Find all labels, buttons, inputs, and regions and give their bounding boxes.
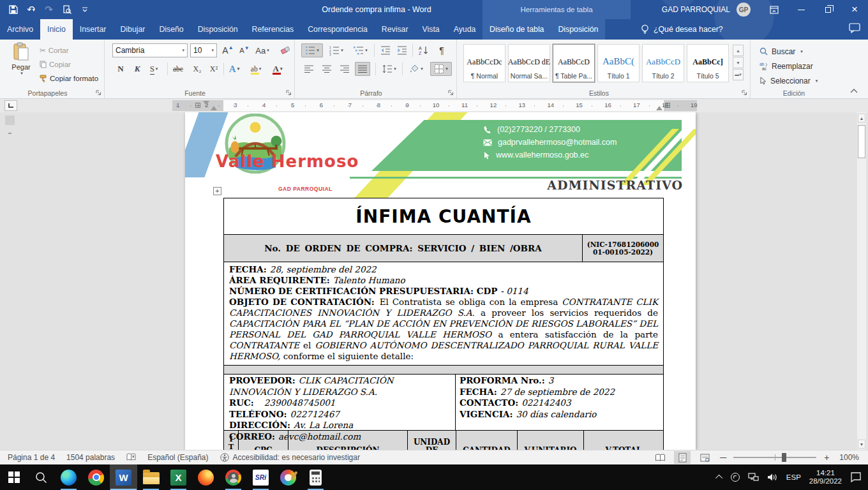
read-mode-icon[interactable] (652, 451, 668, 464)
align-center-button[interactable] (319, 62, 334, 76)
account-name[interactable]: GAD PARROQUIAL (662, 5, 730, 14)
tab-revisar[interactable]: Revisar (375, 19, 415, 40)
document-page[interactable]: GAD PARROQUIAL Valle Hermoso (02)2773220… (185, 112, 696, 450)
restore-button[interactable] (814, 0, 841, 19)
replace-button[interactable]: abac Reemplazar (760, 59, 813, 73)
style-normal[interactable]: AaBbCcDc ¶ Normal (463, 44, 505, 82)
bold-button[interactable]: N (114, 62, 128, 76)
select-button[interactable]: Seleccionar▾ (760, 74, 818, 87)
borders-button[interactable]: ▾ (430, 62, 452, 76)
taskbar-chrome-profile[interactable] (220, 464, 247, 490)
align-left-button[interactable] (301, 62, 317, 76)
shrink-font-button[interactable]: A▼ (237, 43, 251, 57)
print-preview-icon[interactable] (59, 1, 75, 18)
text-effects-button[interactable]: A▾ (227, 62, 241, 76)
style-titulo-5[interactable]: AaBbCc] Título 5 (687, 44, 729, 82)
tell-me-box[interactable]: ¿Qué desea hacer? (641, 19, 723, 40)
bullets-button[interactable]: ▾ (301, 43, 323, 57)
ribbon-display-options-icon[interactable] (761, 0, 788, 19)
avatar[interactable]: GP (737, 3, 751, 17)
redo-button[interactable]: ↷ (41, 1, 57, 18)
tab-diseno-de-tabla[interactable]: Diseño de tabla (483, 19, 551, 40)
language-indicator[interactable]: Español (España) (147, 453, 208, 462)
tab-disposicion[interactable]: Disposición (191, 19, 245, 40)
scrollbar-thumb[interactable] (858, 125, 865, 158)
style-titulo-2[interactable]: AaBbCcD Título 2 (642, 44, 684, 82)
strikethrough-button[interactable]: abc (171, 62, 185, 76)
styles-dialog-launcher-icon[interactable] (742, 90, 747, 96)
font-name-combo[interactable]: Cambria▾ (112, 43, 188, 57)
taskbar-calculator[interactable] (302, 464, 329, 490)
multilevel-list-button[interactable]: ▾ (350, 43, 371, 57)
taskbar-search[interactable] (27, 464, 55, 490)
justify-button[interactable] (355, 62, 370, 76)
find-button[interactable]: Buscar▾ (760, 45, 803, 58)
clipboard-dialog-launcher-icon[interactable] (96, 90, 101, 96)
undo-dropdown-icon[interactable]: ▾ (33, 7, 35, 13)
vertical-scrollbar[interactable]: ▲ ▼ (857, 112, 866, 450)
underline-dropdown-icon[interactable]: ▾ (156, 66, 158, 71)
document-title[interactable]: ÍNFIMA CUANTÍA (224, 198, 663, 234)
page-indicator[interactable]: Página 1 de 4 (8, 453, 55, 462)
italic-button[interactable]: K (130, 62, 144, 76)
right-indent-marker[interactable] (656, 103, 662, 110)
tab-insertar[interactable]: Insertar (73, 19, 114, 40)
change-case-button[interactable]: Aa▾ (255, 43, 269, 57)
sort-button[interactable]: AZ (416, 43, 431, 57)
close-button[interactable]: × (841, 0, 868, 19)
customize-qat-icon[interactable] (77, 1, 93, 18)
tab-dibujar[interactable]: Dibujar (113, 19, 152, 40)
numbering-button[interactable]: 123▾ (326, 43, 347, 57)
align-right-button[interactable] (337, 62, 352, 76)
accessibility-status[interactable]: Accesibilidad: es necesario investigar (220, 453, 360, 462)
increase-indent-button[interactable] (394, 43, 410, 57)
volume-icon[interactable] (767, 473, 778, 482)
font-size-dropdown-icon[interactable]: ▾ (209, 48, 214, 53)
network-icon[interactable] (748, 473, 759, 482)
style-titulo-1[interactable]: AaBbC( Título 1 (597, 44, 640, 82)
shading-button[interactable]: ▾ (406, 62, 426, 76)
grow-font-button[interactable]: A▲ (221, 43, 235, 57)
meet-now-icon[interactable] (731, 473, 740, 482)
subscript-button[interactable]: X₂ (190, 62, 204, 76)
web-layout-icon[interactable] (696, 451, 713, 464)
taskbar-edge[interactable] (55, 464, 82, 490)
taskbar-file-explorer[interactable] (137, 464, 165, 490)
print-layout-icon[interactable] (674, 451, 691, 464)
scroll-up-icon[interactable]: ▲ (858, 114, 865, 122)
taskbar-chrome[interactable] (82, 464, 110, 490)
language-tray[interactable]: ESP (786, 473, 801, 481)
clock[interactable]: 14:21 28/9/2022 (809, 469, 842, 486)
decrease-indent-button[interactable] (378, 43, 393, 57)
font-size-combo[interactable]: 10▾ (190, 43, 217, 57)
clear-formatting-button[interactable] (278, 43, 292, 57)
horizontal-ruler[interactable]: 12345678910111213141516171819 (172, 100, 697, 111)
order-info-cell[interactable]: FECHA:28, septiembre del 2022 ÁREA REQUI… (224, 262, 663, 365)
paragraph-dialog-launcher-icon[interactable] (448, 90, 454, 96)
superscript-button[interactable]: X² (207, 62, 221, 76)
save-icon[interactable] (5, 1, 21, 18)
underline-button[interactable]: S▾ (147, 62, 161, 76)
undo-button[interactable]: ↶▾ (23, 1, 39, 18)
purchase-order-table[interactable]: ÍNFIMA CUANTÍA No. DE ORDEN DE COMPRA: S… (223, 198, 664, 450)
styles-more-icon[interactable]: ▬▾ (733, 69, 744, 80)
tab-diseno[interactable]: Diseño (152, 19, 190, 40)
taskbar-paint[interactable] (274, 464, 302, 490)
zoom-slider-thumb[interactable] (782, 453, 786, 462)
styles-scroll-down-icon[interactable]: ▼ (733, 57, 744, 68)
style-normal-sa[interactable]: AaBbCcD dE Normal Sa... (508, 44, 550, 82)
table-move-handle[interactable]: + (213, 187, 221, 195)
styles-scroll-up-icon[interactable]: ▲ (733, 45, 744, 56)
zoom-level[interactable]: 100% (839, 453, 859, 462)
cut-button[interactable]: ✂Cortar (40, 44, 69, 57)
minimize-button[interactable] (788, 0, 814, 19)
provider-row[interactable]: PROVEEDOR:CLIK CAPACITACIÓN INNOVACIÓN Y… (224, 374, 663, 430)
order-number-row[interactable]: No. DE ORDEN DE COMPRA: SERVICIO / BIEN … (224, 234, 663, 262)
scroll-down-icon[interactable]: ▼ (858, 440, 865, 449)
taskbar-excel[interactable]: X (165, 464, 192, 490)
first-line-indent-marker[interactable] (203, 101, 209, 108)
copy-button[interactable]: Copiar (40, 58, 71, 71)
collapse-ribbon-icon[interactable] (850, 88, 858, 93)
highlight-button[interactable]: ab▾ (249, 62, 263, 76)
font-dialog-launcher-icon[interactable] (286, 90, 292, 96)
